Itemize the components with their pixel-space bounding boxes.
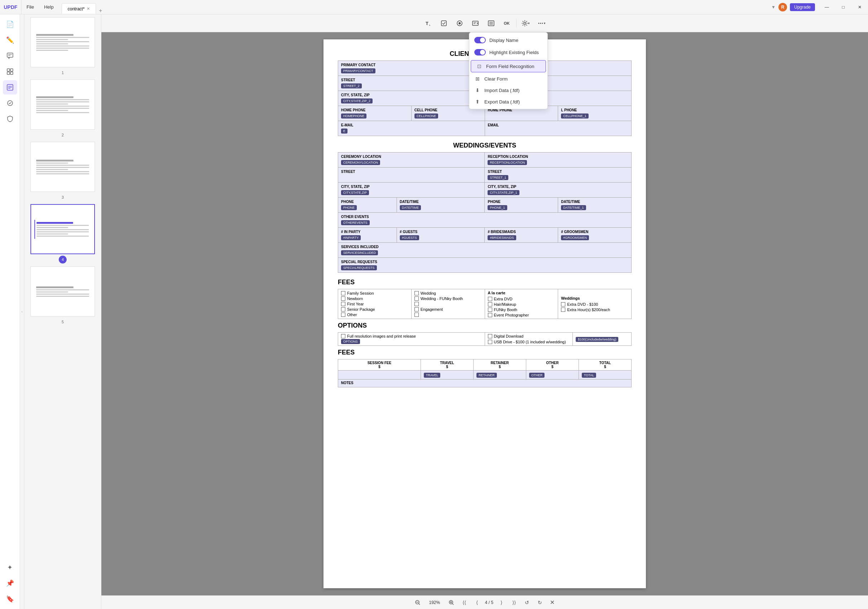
ceremony-street-cell[interactable]: STREET (338, 168, 485, 182)
home-phone-cell[interactable]: HOME PHONE HOMEPHONE (338, 106, 412, 121)
fees2-session-cell[interactable] (338, 371, 421, 380)
datetime-right-chip[interactable]: DATE/TIME_1 (561, 205, 586, 210)
text-field-tool[interactable]: T₁ (422, 17, 434, 29)
button-tool[interactable]: OK (501, 17, 513, 29)
highlight-fields-toggle[interactable] (474, 49, 486, 56)
fees2-notes-cell[interactable]: NOTES (338, 380, 632, 387)
export-data-item[interactable]: ⬆ Export Data (.fdf) (469, 96, 547, 107)
phone-right-chip[interactable]: PHONE_1 (488, 205, 507, 210)
groomsmen-chip[interactable]: #GROOMSMEN (561, 235, 589, 240)
sidebar-expand-button[interactable]: ‹ (20, 14, 24, 609)
thumb-page-5[interactable]: 5 (27, 266, 98, 326)
listbox-tool[interactable] (485, 17, 498, 29)
cb-hair-makeup[interactable]: Hair/Makeup (488, 302, 555, 306)
ceremony-location-cell[interactable]: CEREMONY LOCATION CEREMONYLOCATION (338, 153, 485, 168)
cb-senior-box[interactable] (341, 307, 345, 311)
cell-phone2-cell[interactable]: L PHONE CELLPHONE_1 (558, 106, 632, 121)
primary-contact-cell[interactable]: PRIMARY CONTACT PRIMARYCONTACT (338, 61, 485, 76)
cb-firstyear-box[interactable] (341, 302, 345, 306)
reception-city-chip[interactable]: CITY,STATE,ZIP_1 (488, 190, 519, 195)
bookmark-icon[interactable]: 🔖 (3, 592, 17, 606)
groomsmen-cell[interactable]: # GROOMSMEN #GROOMSMEN (558, 228, 632, 243)
cb-engagement-box[interactable] (414, 307, 419, 311)
street-right-chip[interactable]: STREET_1 (488, 175, 508, 180)
reception-street-cell[interactable]: STREET STREET_1 (485, 168, 632, 182)
menu-file[interactable]: File (22, 0, 39, 14)
form-icon[interactable] (3, 80, 17, 94)
ceremony-city-cell[interactable]: CITY, STATE, ZIP CITY,STATE,ZIP (338, 182, 485, 198)
cb-funky-booth-box[interactable] (488, 308, 492, 312)
other-events-chip[interactable]: OTHEREVENTS (341, 220, 370, 225)
cb-col2-5-box[interactable] (414, 312, 419, 317)
bridesmaids-cell[interactable]: # BRIDESMAIDS #BRIDESMAIDS (485, 228, 558, 243)
new-tab-button[interactable]: + (96, 8, 105, 14)
menu-help[interactable]: Help (39, 0, 59, 14)
tab-contract[interactable]: contract* ✕ (62, 3, 96, 14)
guests-cell[interactable]: # GUESTS #GUESTS (397, 228, 485, 243)
cb-firstyear[interactable]: First Year (341, 302, 408, 306)
street-left-cell[interactable]: STREET STREET_2 (338, 76, 485, 91)
options-fullres-cell[interactable]: Full resolution images and print release… (338, 332, 485, 346)
street-left-chip[interactable]: STREET_2 (341, 83, 362, 88)
bottom-close-button[interactable]: ✕ (548, 598, 557, 606)
phone-right-cell[interactable]: PHONE PHONE_1 (485, 198, 558, 213)
import-data-item[interactable]: ⬇ Import Data (.fdf) (469, 85, 547, 96)
cb-extra-dvd-box[interactable] (488, 297, 492, 301)
checkbox-tool[interactable] (437, 17, 450, 29)
options-price-chip[interactable]: $100(1includedw/wedding) (576, 337, 618, 342)
email-right-cell[interactable]: EMAIL (485, 121, 632, 136)
thumb-page-3[interactable]: 3 (27, 142, 98, 201)
edit-icon[interactable]: ✏️ (3, 33, 17, 47)
rotate-cw-button[interactable]: ↻ (535, 598, 545, 607)
reception-chip[interactable]: RECEPTIONLOCATION (488, 160, 527, 165)
fees2-total-chip[interactable]: TOTAL (582, 373, 596, 378)
phone-left-cell[interactable]: PHONE PHONE (338, 198, 397, 213)
cb-extra-hour[interactable]: Extra Hour(s) $200/each (561, 308, 628, 312)
cb-event-photo-box[interactable] (488, 313, 492, 317)
datetime-left-cell[interactable]: DATE/TIME DATE/TIME (397, 198, 485, 213)
cb-family-box[interactable] (341, 291, 345, 295)
prev-page-button[interactable]: ⟨ (472, 598, 482, 607)
next-page-button[interactable]: ⟩ (496, 598, 506, 607)
phone-left-chip[interactable]: PHONE (341, 205, 357, 210)
pdf-viewer[interactable]: CLIENT INFORMATION PRIMARY CONTACT PRIMA… (101, 32, 868, 595)
in-party-cell[interactable]: # IN PARTY #INPARTY (338, 228, 397, 243)
organize-icon[interactable] (3, 65, 17, 79)
datetime-left-chip[interactable]: DATE/TIME (400, 205, 421, 210)
other-events-cell[interactable]: OTHER EVENTS OTHEREVENTS (338, 213, 632, 228)
cb-senior[interactable]: Senior Package (341, 307, 408, 311)
ai-icon[interactable]: ✦ (3, 560, 17, 575)
first-page-button[interactable]: ⟨⟨ (459, 598, 469, 607)
zoom-in-button[interactable] (446, 598, 456, 607)
cb-wedding-funky[interactable]: Wedding - FUNky Booth (414, 297, 482, 301)
cb-engagement[interactable]: Engagement (414, 307, 482, 311)
in-party-chip[interactable]: #INPARTY (341, 235, 361, 240)
pin-icon[interactable]: 📌 (3, 576, 17, 590)
rotate-ccw-button[interactable]: ↺ (522, 598, 532, 607)
cell-chip2[interactable]: CELLPHONE_1 (561, 113, 589, 119)
email-left-cell[interactable]: E-MAIL E (338, 121, 485, 136)
cb-extra-dvd-100[interactable]: Extra DVD - $100 (561, 302, 628, 306)
protect-icon[interactable] (3, 112, 17, 126)
ceremony-city-chip[interactable]: CITY,STATE,ZIP (341, 190, 369, 195)
fees2-total-cell[interactable]: TOTAL (578, 371, 631, 380)
services-chip[interactable]: SERVICESINCLUDED (341, 250, 378, 255)
thumb-page-1[interactable]: 1 (27, 17, 98, 77)
form-field-recognition-item[interactable]: ⊡ Form Field Recognition (471, 60, 546, 72)
convert-icon[interactable] (3, 96, 17, 110)
fees2-retainer-chip[interactable]: RETAINER (476, 373, 497, 378)
radio-tool[interactable] (453, 17, 466, 29)
cb-col2-5[interactable] (414, 312, 482, 317)
options-fullres-box[interactable] (341, 334, 345, 339)
comment-icon[interactable] (3, 49, 17, 63)
fees2-other-cell[interactable]: OTHER (526, 371, 578, 380)
home-chip[interactable]: HOMEPHONE (341, 113, 366, 119)
last-page-button[interactable]: ⟩⟩ (509, 598, 519, 607)
cb-wedding-funky-box[interactable] (414, 297, 419, 301)
fees2-travel-cell[interactable]: TRAVEL (420, 371, 473, 380)
cb-hair-makeup-box[interactable] (488, 302, 492, 306)
cb-wedding[interactable]: Wedding (414, 291, 482, 295)
options-digital-box[interactable] (488, 334, 492, 339)
thumb-page-2[interactable]: 2 (27, 79, 98, 139)
cb-other-box[interactable] (341, 312, 345, 317)
